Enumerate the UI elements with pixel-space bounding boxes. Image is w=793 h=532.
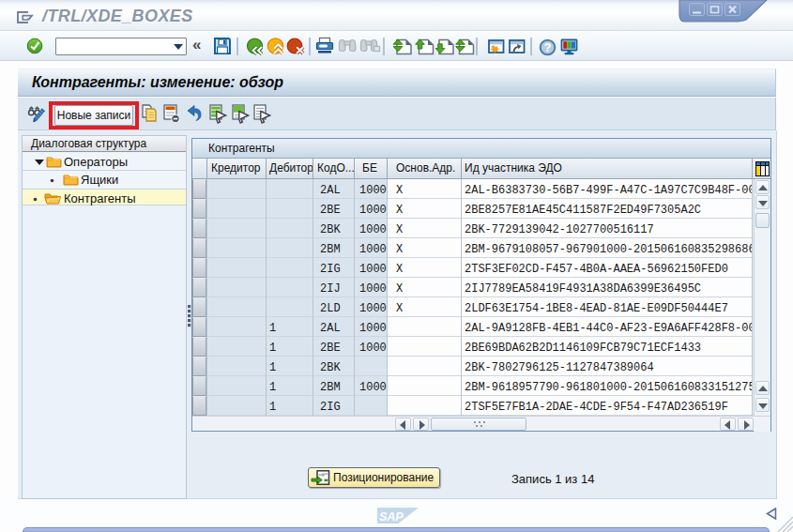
svg-text:?: ? [544, 40, 552, 54]
svg-text:SAP: SAP [379, 510, 404, 524]
